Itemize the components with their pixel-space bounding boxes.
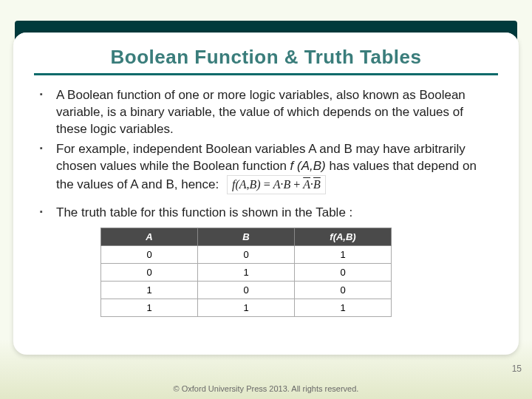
table-cell: 0 [198,246,295,264]
formula-box: f(A,B) = A·B + A·B [227,175,326,195]
content-card: Boolean Function & Truth Tables A Boolea… [13,33,519,355]
table-cell: 1 [198,299,295,317]
function-name: f (A,B) [290,159,326,173]
table-row: 1 0 0 [101,282,392,299]
bullet-item: The truth table for this function is sho… [38,205,494,222]
table-header: B [198,228,295,246]
table-cell: 1 [101,299,198,317]
formula-term-a: A [273,178,281,191]
bullet-item: A Boolean function of one or more logic … [38,87,494,138]
page-number: 15 [512,364,522,374]
bullet-list: A Boolean function of one or more logic … [34,87,498,194]
table-cell: 1 [295,246,392,264]
formula-term-bbar: B [313,178,321,191]
table-row: 1 1 1 [101,299,392,317]
table-row: 0 1 0 [101,264,392,282]
footer-copyright: © Oxford University Press 2013. All righ… [0,384,532,393]
truth-table: A B f(A,B) 0 0 1 0 1 0 [100,228,392,317]
table-row: 0 0 1 [101,246,392,264]
formula-plus: + [290,178,303,191]
slide: Boolean Function & Truth Tables A Boolea… [0,0,532,399]
table-cell: 0 [295,264,392,282]
bullet-item: For example, independent Boolean variabl… [38,141,494,194]
truth-table-wrap: A B f(A,B) 0 0 1 0 1 0 [100,228,498,317]
table-header: f(A,B) [295,228,392,246]
table-cell: 0 [295,282,392,299]
formula-term-abar: A [303,178,310,191]
table-header-row: A B f(A,B) [101,228,392,246]
table-header: A [101,228,198,246]
slide-title: Boolean Function & Truth Tables [34,46,498,75]
formula-eq: = [261,178,273,191]
bullet-text: The truth table for this function is sho… [56,205,352,219]
table-cell: 0 [198,282,295,299]
table-cell: 1 [198,264,295,282]
table-cell: 1 [295,299,392,317]
bullet-text: A Boolean function of one or more logic … [56,88,466,136]
table-cell: 0 [101,264,198,282]
table-cell: 1 [101,282,198,299]
table-cell: 0 [101,246,198,264]
bullet-list-2: The truth table for this function is sho… [34,205,498,222]
formula-lhs: f(A,B) [232,178,261,191]
formula-term-b: B [283,178,290,191]
